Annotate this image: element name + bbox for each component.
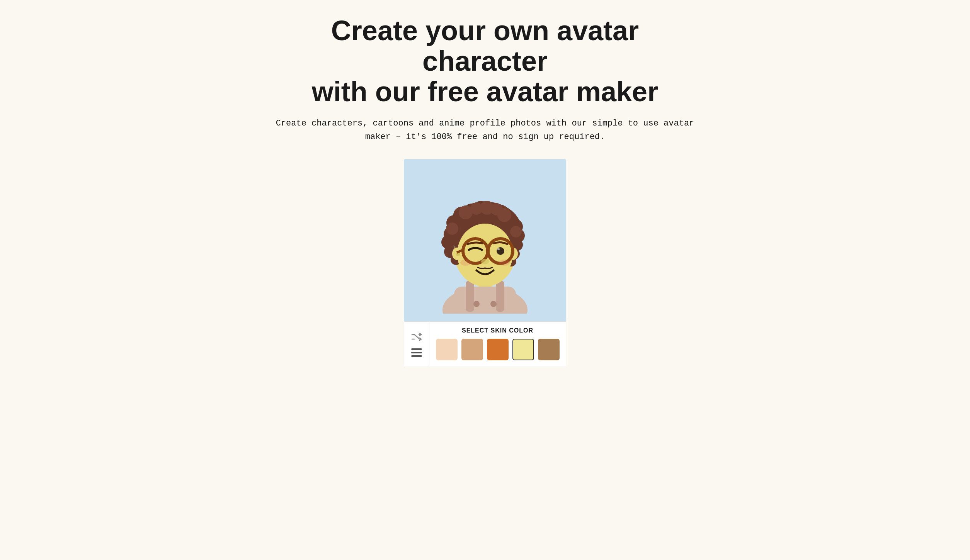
svg-point-46 [481, 259, 489, 264]
page-subtitle: Create characters, cartoons and anime pr… [272, 117, 698, 144]
skin-swatch-warm-brown[interactable] [538, 339, 560, 360]
avatar-container: SELECT SKIN COLOR [404, 159, 566, 366]
avatar-frame [404, 159, 566, 321]
avatar-svg [419, 167, 551, 314]
svg-point-5 [490, 301, 497, 307]
svg-point-4 [473, 301, 480, 307]
svg-point-30 [497, 208, 511, 222]
svg-rect-2 [466, 281, 474, 312]
icon-panel [404, 322, 429, 366]
skin-swatch-orange-tan[interactable] [487, 339, 509, 360]
skin-color-label: SELECT SKIN COLOR [436, 327, 560, 334]
skin-swatch-yellow-light[interactable] [512, 339, 534, 360]
shuffle-icon[interactable] [410, 331, 423, 343]
svg-point-31 [446, 222, 458, 235]
svg-point-48 [499, 260, 510, 266]
svg-line-42 [513, 250, 513, 253]
svg-point-32 [510, 226, 522, 238]
svg-point-47 [460, 260, 471, 266]
skin-color-panel: SELECT SKIN COLOR [429, 322, 566, 366]
controls-panel: SELECT SKIN COLOR [404, 321, 566, 366]
page-title: Create your own avatar character with ou… [311, 15, 659, 107]
skin-color-swatches [436, 339, 560, 360]
svg-rect-3 [496, 281, 504, 312]
skin-swatch-light-peach[interactable] [436, 339, 458, 360]
menu-icon[interactable] [411, 348, 422, 357]
skin-swatch-medium-tan[interactable] [461, 339, 483, 360]
svg-rect-1 [454, 287, 516, 314]
svg-point-45 [497, 248, 500, 250]
